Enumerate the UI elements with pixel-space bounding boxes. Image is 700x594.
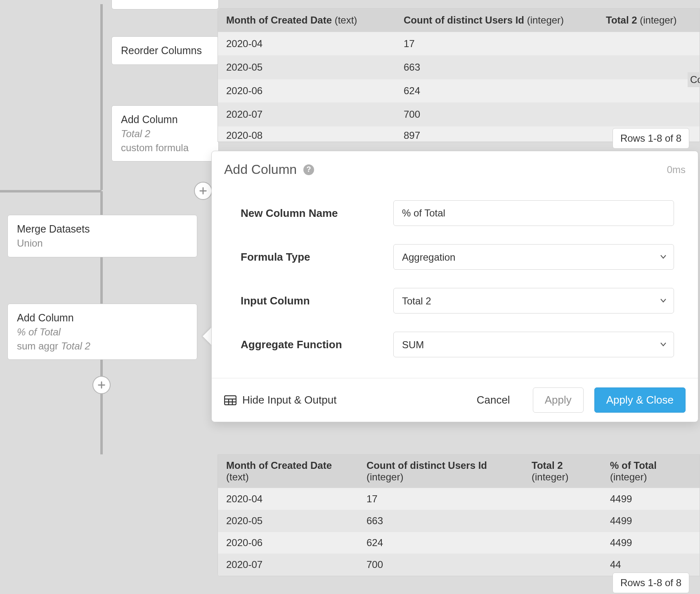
input-column-select[interactable]: Total 2: [393, 288, 674, 314]
apply-close-button[interactable]: Apply & Close: [594, 387, 686, 413]
column-header[interactable]: Count of distinct Users Id (integer): [395, 9, 598, 32]
apply-button[interactable]: Apply: [533, 387, 584, 413]
table-row: 2020-05 663: [218, 56, 700, 79]
svg-rect-0: [225, 396, 236, 405]
node-title: Add Column: [121, 112, 209, 127]
node-merge-datasets[interactable]: Merge Datasets Union: [7, 215, 197, 257]
input-preview-table: Month of Created Date (text) Count of di…: [218, 8, 700, 142]
node-subtitle: Total 2: [121, 127, 209, 141]
label-formula-type: Formula Type: [241, 251, 393, 264]
table-row: 2020-04 17: [218, 32, 700, 56]
node-partial-top[interactable]: [111, 0, 219, 10]
column-header[interactable]: Total 2 (integer): [523, 455, 602, 488]
node-subtitle2: custom formula: [121, 141, 209, 155]
node-title: Merge Datasets: [17, 222, 188, 236]
column-header[interactable]: Month of Created Date (text): [218, 455, 358, 488]
truncated-text: Co: [688, 72, 700, 87]
panel-timing: 0ms: [667, 164, 686, 176]
label-new-column-name: New Column Name: [241, 207, 393, 220]
node-add-column-total2[interactable]: Add Column Total 2 custom formula: [111, 105, 219, 162]
formula-type-select[interactable]: Aggregation: [393, 244, 674, 270]
column-header[interactable]: Month of Created Date (text): [218, 9, 395, 32]
node-reorder-columns[interactable]: Reorder Columns: [111, 36, 219, 65]
add-step-button[interactable]: [92, 376, 111, 394]
help-icon[interactable]: ?: [303, 164, 314, 175]
node-title: Add Column: [17, 311, 188, 325]
table-row: 2020-06 624 4499: [218, 532, 700, 554]
column-header[interactable]: Count of distinct Users Id (integer): [358, 455, 523, 488]
panel-pointer: [203, 327, 212, 345]
add-column-panel: Add Column ? 0ms New Column Name Formula…: [211, 151, 698, 422]
add-step-button[interactable]: [194, 182, 212, 200]
node-subtitle2: Union: [17, 236, 188, 250]
hide-io-toggle[interactable]: Hide Input & Output: [224, 394, 336, 406]
table-row: 2020-07 700: [218, 103, 700, 126]
node-title: Reorder Columns: [121, 43, 209, 58]
cancel-button[interactable]: Cancel: [465, 387, 522, 413]
table-row: 2020-05 663 4499: [218, 510, 700, 532]
column-header[interactable]: Total 2 (integer): [598, 9, 700, 32]
table-row: 2020-04 17 4499: [218, 488, 700, 510]
output-preview-table: Month of Created Date (text) Count of di…: [218, 454, 700, 576]
rows-count-badge: Rows 1-8 of 8: [612, 128, 689, 149]
column-header[interactable]: % of Total (integer): [602, 455, 700, 488]
node-subtitle: % of Total: [17, 325, 188, 339]
node-subtitle2: sum aggr Total 2: [17, 339, 188, 353]
table-icon: [224, 395, 236, 405]
node-add-column-pct[interactable]: Add Column % of Total sum aggr Total 2: [7, 304, 197, 360]
rows-count-badge: Rows 1-8 of 8: [612, 573, 689, 593]
new-column-name-input[interactable]: [393, 200, 674, 226]
label-aggregate-function: Aggregate Function: [241, 338, 393, 351]
label-input-column: Input Column: [241, 295, 393, 307]
table-row: 2020-06 624: [218, 79, 700, 103]
panel-title: Add Column: [224, 162, 297, 177]
aggregate-function-select[interactable]: SUM: [393, 332, 674, 357]
